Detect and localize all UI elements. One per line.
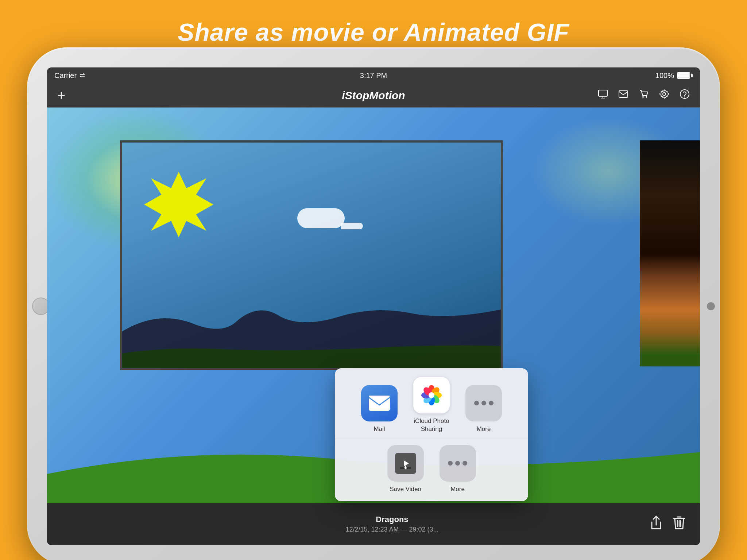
ipad-shell: Carrier ⇌ 3:17 PM 100% + [27, 47, 720, 560]
dot5 [455, 461, 460, 466]
help-icon[interactable] [680, 89, 690, 102]
more-bottom-label: More [450, 485, 465, 493]
svg-point-9 [684, 97, 685, 98]
mail-share-icon [361, 385, 398, 421]
bottom-bar: Dragons 12/2/15, 12:23 AM — 29:02 (3... [47, 503, 700, 545]
battery-icon [677, 72, 693, 79]
dot6 [462, 461, 467, 466]
more-top-label: More [477, 425, 491, 433]
nav-left: + [57, 88, 65, 103]
svg-rect-0 [599, 90, 607, 96]
dot3 [489, 401, 494, 405]
carrier-label: Carrier [54, 71, 77, 80]
three-dots-bottom [448, 461, 467, 466]
wifi-icon: ⇌ [80, 71, 85, 79]
thumb-2[interactable] [640, 253, 700, 366]
svg-rect-4 [619, 91, 628, 97]
thumbnail-strip [640, 140, 700, 370]
bottom-actions [650, 516, 685, 533]
nav-right [598, 89, 690, 102]
photos-label: iCloud PhotoSharing [414, 417, 449, 433]
svg-point-6 [646, 96, 647, 98]
sun-graphic [144, 172, 213, 237]
ipad-frame: Carrier ⇌ 3:17 PM 100% + [27, 47, 720, 560]
time-display: 3:17 PM [360, 71, 387, 80]
share-item-more-bottom[interactable]: More [433, 445, 482, 493]
share-item-mail[interactable]: Mail [355, 385, 404, 433]
three-dots-top [474, 401, 494, 405]
main-content: Mail [47, 108, 700, 545]
trash-button[interactable] [673, 516, 685, 533]
video-frame[interactable] [120, 140, 503, 370]
thumb-1[interactable] [640, 140, 700, 253]
cloud-body [297, 208, 345, 228]
mail-nav-icon[interactable] [618, 89, 628, 102]
dot1 [474, 401, 479, 405]
nav-bar: + iStopMotion [47, 83, 700, 108]
share-actions-row: Mail [335, 368, 528, 439]
save-video-label: Save Video [390, 485, 421, 493]
cart-icon[interactable] [639, 89, 649, 102]
app-title: iStopMotion [342, 89, 405, 102]
dot2 [481, 401, 486, 405]
gear-icon[interactable] [659, 89, 669, 102]
dot4 [448, 461, 453, 466]
share-item-more-top[interactable]: More [459, 385, 508, 433]
mountain-graphic [122, 288, 501, 368]
battery-percent: 100% [655, 71, 674, 80]
battery-tip [691, 74, 693, 77]
file-meta: 12/2/15, 12:23 AM — 29:02 (3... [345, 526, 438, 533]
share-sheet: Mail [335, 368, 528, 501]
battery-fill [678, 73, 689, 78]
add-button[interactable]: + [57, 88, 65, 103]
status-left: Carrier ⇌ [54, 71, 85, 80]
save-video-icon [395, 453, 416, 474]
more-top-icon [465, 385, 502, 421]
status-bar: Carrier ⇌ 3:17 PM 100% [47, 67, 700, 83]
share-item-photos[interactable]: iCloud PhotoSharing [407, 377, 456, 433]
ipad-screen: Carrier ⇌ 3:17 PM 100% + [47, 67, 700, 545]
photos-share-icon [413, 377, 450, 413]
save-video-icon-bg [387, 445, 424, 482]
share-actions-bottom-row: Save Video More [335, 439, 528, 501]
cloud-graphic [297, 208, 345, 228]
file-info: Dragons 12/2/15, 12:23 AM — 29:02 (3... [345, 515, 438, 533]
file-name: Dragons [345, 515, 438, 524]
monitor-icon[interactable] [598, 89, 608, 102]
cloud-tail [341, 223, 363, 229]
side-button[interactable] [707, 302, 715, 310]
svg-point-7 [663, 93, 666, 96]
svg-point-5 [642, 96, 644, 98]
status-right: 100% [655, 71, 693, 80]
battery-bar [677, 72, 690, 79]
svg-point-19 [429, 392, 434, 398]
share-button[interactable] [650, 516, 663, 533]
more-bottom-icon [440, 445, 476, 482]
banner-title: Share as movie or Animated GIF [178, 18, 569, 46]
share-item-save-video[interactable]: Save Video [381, 445, 430, 493]
mail-label: Mail [374, 425, 385, 433]
